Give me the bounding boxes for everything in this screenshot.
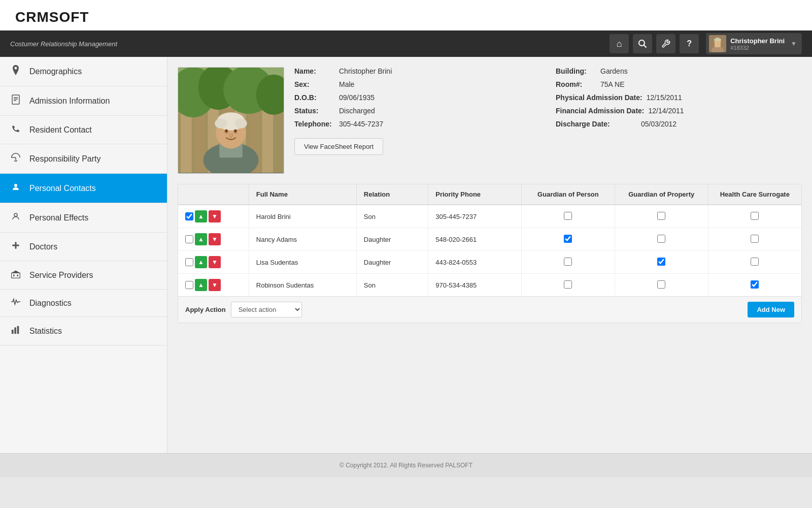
pulse-icon (10, 298, 21, 308)
th-guardian-property: Guardian of Property (615, 184, 708, 205)
svg-point-14 (14, 213, 17, 216)
patient-details: Name: Christopher Brini Sex: Male D.O.B:… (294, 67, 802, 174)
contact-phone: 548-020-2661 (428, 228, 522, 251)
health-surrogate-cell (708, 251, 801, 274)
guardian-person-checkbox[interactable] (564, 258, 572, 266)
table-footer: Apply Action Select action Delete Edit A… (178, 296, 801, 323)
th-health-surrogate: Health Care Surrogate (708, 184, 801, 205)
financial-admission-value: 12/14/2011 (649, 107, 684, 115)
sidebar-label-admission: Admission Information (29, 97, 110, 106)
telephone-label: Telephone: (294, 120, 335, 128)
health-surrogate-cell (708, 205, 801, 228)
svg-rect-16 (12, 245, 19, 246)
guardian-person-checkbox[interactable] (564, 235, 572, 243)
move-up-button[interactable]: ▲ (195, 210, 207, 223)
sidebar-item-personal-contacts[interactable]: Personal Contacts (0, 174, 167, 203)
health-surrogate-checkbox[interactable] (751, 235, 759, 243)
status-label: Status: (294, 107, 335, 115)
footer-text: © Copyright 2012. All Rights Reserved PA… (340, 462, 472, 469)
action-select[interactable]: Select action Delete Edit (231, 302, 302, 318)
row-select-checkbox[interactable] (185, 235, 193, 243)
guardian-person-cell (522, 251, 615, 274)
financial-admission-label: Financial Admission Date: (556, 107, 645, 115)
guardian-property-checkbox[interactable] (657, 212, 665, 220)
sidebar-label-personal-effects: Personal Effects (29, 213, 88, 223)
contact-phone: 443-824-0553 (428, 251, 522, 274)
home-button[interactable]: ⌂ (610, 34, 629, 53)
sidebar-item-doctors[interactable]: Doctors (0, 233, 167, 261)
table-row: ▲▼Harold BriniSon305-445-7237 (178, 205, 801, 228)
move-down-button[interactable]: ▼ (209, 210, 221, 223)
guardian-property-checkbox[interactable] (657, 258, 665, 266)
guardian-property-checkbox[interactable] (657, 280, 665, 289)
detail-sex: Sex: Male (294, 80, 540, 88)
content-area: Name: Christopher Brini Sex: Male D.O.B:… (167, 57, 812, 453)
svg-rect-23 (17, 326, 19, 334)
sidebar-item-personal-effects[interactable]: Personal Effects (0, 203, 167, 233)
move-up-button[interactable]: ▲ (195, 279, 207, 291)
contacts-table-wrapper: Full Name Relation Priority Phone Guardi… (178, 184, 802, 323)
help-button[interactable]: ? (680, 34, 699, 53)
sidebar-label-personal-contacts: Personal Contacts (29, 184, 96, 193)
svg-point-42 (235, 118, 247, 129)
tools-button[interactable] (656, 34, 675, 53)
nav-title: Costumer Relationship Management (10, 40, 610, 48)
move-down-button[interactable]: ▼ (209, 256, 221, 268)
sidebar-item-resident-contact[interactable]: Resident Contact (0, 116, 167, 144)
detail-name: Name: Christopher Brini (294, 67, 540, 75)
facesheet-button[interactable]: View FaceSheet Report (294, 138, 383, 155)
sidebar-item-statistics[interactable]: Statistics (0, 317, 167, 345)
svg-rect-18 (13, 275, 15, 276)
row-select-checkbox[interactable] (185, 281, 193, 289)
guardian-property-checkbox[interactable] (657, 235, 665, 243)
th-full-name: Full Name (249, 184, 356, 205)
svg-rect-19 (17, 275, 19, 276)
row-actions-cell: ▲▼ (178, 205, 249, 228)
row-actions-cell: ▲▼ (178, 251, 249, 274)
person-icon (10, 211, 21, 224)
sidebar-label-resident-contact: Resident Contact (29, 125, 92, 135)
sidebar-item-service-providers[interactable]: Service Providers (0, 261, 167, 290)
add-new-button[interactable]: Add New (748, 302, 794, 318)
health-surrogate-checkbox[interactable] (751, 258, 759, 266)
nav-bar: Costumer Relationship Management ⌂ ? (0, 30, 812, 57)
row-select-checkbox[interactable] (185, 212, 193, 220)
table-header-row: Full Name Relation Priority Phone Guardi… (178, 184, 801, 205)
sidebar-label-service-providers: Service Providers (29, 271, 93, 280)
sidebar-label-statistics: Statistics (29, 327, 62, 336)
svg-rect-17 (12, 273, 20, 278)
app-title: CRMSOFT (15, 9, 797, 25)
contacts-icon (10, 182, 21, 195)
sidebar-item-diagnostics[interactable]: Diagnostics (0, 290, 167, 317)
row-actions-cell: ▲▼ (178, 228, 249, 251)
move-down-button[interactable]: ▼ (209, 233, 221, 245)
guardian-property-cell (615, 274, 708, 297)
telephone-value: 305-445-7237 (339, 120, 383, 128)
guardian-property-cell (615, 251, 708, 274)
contacts-table: Full Name Relation Priority Phone Guardi… (178, 184, 801, 296)
move-down-button[interactable]: ▼ (209, 279, 221, 291)
user-menu[interactable]: Christopher Brini #18332 ▼ (706, 33, 802, 54)
health-surrogate-checkbox[interactable] (751, 280, 759, 289)
physical-admission-value: 12/15/2011 (647, 93, 682, 102)
move-up-button[interactable]: ▲ (195, 233, 207, 245)
contact-phone: 970-534-4385 (428, 274, 522, 297)
detail-physical-admission: Physical Admission Date: 12/15/2011 (556, 93, 802, 102)
health-surrogate-checkbox[interactable] (751, 212, 759, 220)
avatar (709, 35, 726, 52)
sidebar-item-responsibility[interactable]: Responsibility Party (0, 144, 167, 174)
dob-value: 09/06/1935 (339, 93, 375, 102)
row-actions-cell: ▲▼ (178, 274, 249, 297)
user-name: Christopher Brini (730, 37, 785, 45)
svg-rect-8 (12, 95, 19, 104)
move-up-button[interactable]: ▲ (195, 256, 207, 268)
svg-rect-32 (262, 107, 273, 173)
guardian-person-checkbox[interactable] (564, 212, 572, 220)
sidebar-item-demographics[interactable]: Demographics (0, 57, 167, 86)
guardian-property-cell (615, 205, 708, 228)
discharge-value: 05/03/2012 (641, 120, 676, 128)
row-select-checkbox[interactable] (185, 258, 193, 266)
guardian-person-checkbox[interactable] (564, 280, 572, 289)
sidebar-item-admission[interactable]: Admission Information (0, 86, 167, 116)
search-button[interactable] (633, 34, 652, 53)
